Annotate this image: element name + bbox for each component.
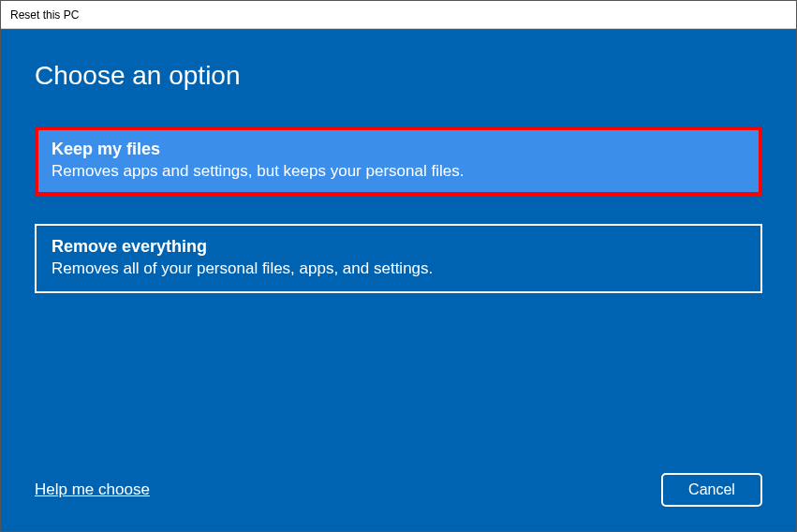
option-description: Removes all of your personal files, apps… (52, 259, 745, 278)
option-title: Keep my files (52, 140, 745, 159)
option-description: Removes apps and settings, but keeps you… (52, 162, 745, 181)
reset-pc-window: Reset this PC Choose an option Keep my f… (0, 0, 797, 532)
option-title: Remove everything (52, 237, 745, 257)
cancel-button[interactable]: Cancel (661, 473, 762, 507)
option-remove-everything[interactable]: Remove everything Removes all of your pe… (35, 224, 762, 293)
help-me-choose-link[interactable]: Help me choose (35, 480, 150, 499)
page-heading: Choose an option (35, 61, 762, 91)
window-title: Reset this PC (10, 8, 79, 22)
content-area: Choose an option Keep my files Removes a… (1, 29, 796, 531)
titlebar: Reset this PC (1, 1, 796, 29)
footer: Help me choose Cancel (35, 473, 762, 507)
option-keep-my-files[interactable]: Keep my files Removes apps and settings,… (35, 126, 762, 196)
options-list: Keep my files Removes apps and settings,… (35, 126, 762, 293)
